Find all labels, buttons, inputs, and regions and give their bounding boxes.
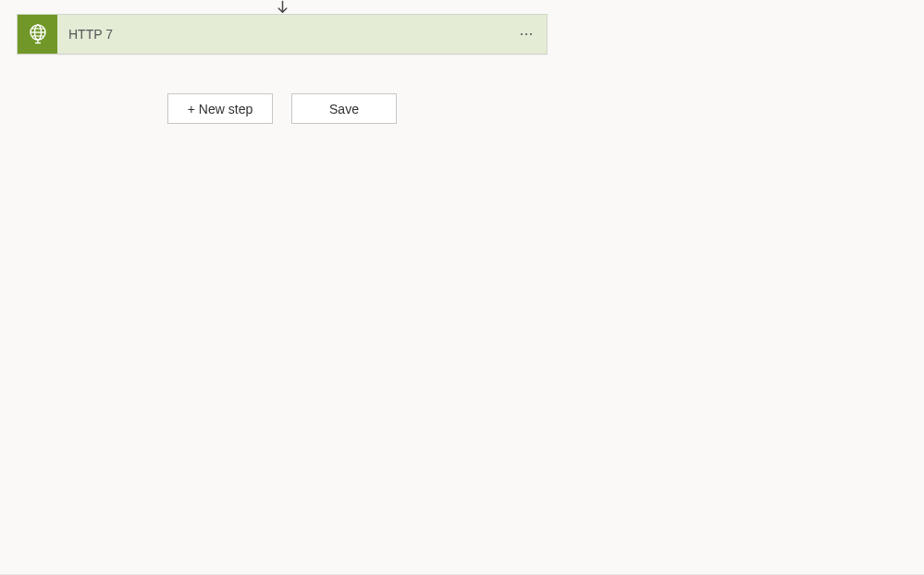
new-step-button[interactable]: + New step bbox=[167, 93, 273, 124]
globe-icon bbox=[18, 15, 57, 54]
action-title: HTTP 7 bbox=[68, 27, 113, 42]
svg-point-7 bbox=[521, 33, 523, 35]
more-options-button[interactable] bbox=[515, 23, 537, 45]
action-card-http[interactable]: HTTP 7 bbox=[17, 14, 548, 55]
flow-canvas: HTTP 7 + New step Save bbox=[0, 0, 924, 575]
svg-point-9 bbox=[530, 33, 532, 35]
designer-footer-buttons: + New step Save bbox=[167, 93, 397, 124]
arrow-down-icon[interactable] bbox=[276, 0, 290, 15]
action-card-body: HTTP 7 bbox=[57, 15, 547, 54]
svg-point-8 bbox=[525, 33, 527, 35]
save-button[interactable]: Save bbox=[291, 93, 397, 124]
ellipsis-icon bbox=[519, 27, 534, 42]
